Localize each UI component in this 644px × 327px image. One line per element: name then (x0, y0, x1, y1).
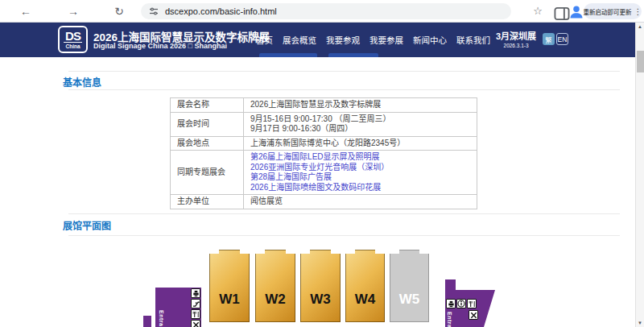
menu-dots-icon[interactable]: ⋮ (634, 7, 642, 16)
shenzhen-date: 2026.3.1-3 (496, 43, 536, 48)
lang-english-button[interactable]: EN (556, 33, 568, 45)
entrance-west-partial (143, 316, 151, 327)
profile-avatar-icon[interactable] (568, 4, 584, 20)
bookmark-star-icon[interactable]: ☆ (530, 3, 546, 19)
site-logo[interactable]: DS China (58, 26, 88, 53)
shenzhen-label: 3月深圳展 (496, 29, 536, 42)
hall-w5: W5 (390, 250, 429, 322)
row-label: 同期专题展会 (171, 151, 244, 195)
scroll-down-icon[interactable]: ▼ (636, 321, 644, 325)
hall-w3: W3 (300, 250, 341, 322)
row-value: 闻信展览 (244, 195, 477, 209)
lang-traditional-button[interactable]: 繁 (543, 33, 555, 45)
concurrent-show-link[interactable]: 第26届上海国际LED显示屏及照明展 (250, 152, 470, 163)
section-title-floor-plan: 展馆平面图 (63, 218, 111, 232)
restaurant-icon (467, 299, 477, 308)
printer-icon (191, 288, 200, 298)
hall-w4: W4 (345, 250, 385, 322)
scrollbar-thumb[interactable] (637, 51, 644, 72)
nav-item-news[interactable]: 新闻中心 (413, 34, 447, 46)
side-panel-icon[interactable] (554, 6, 570, 22)
nav-dropdown-indicator-overview (259, 53, 317, 57)
hall-w1: W1 (209, 250, 250, 322)
entrance-block-right: Entrance (445, 279, 495, 327)
table-row: 展会名称 2026上海国际智慧显示及数字标牌展 (171, 98, 477, 113)
row-value: 2026上海国际智慧显示及数字标牌展 (244, 98, 477, 113)
reload-icon[interactable]: ↻ (111, 3, 127, 19)
page: ← → ↻ dscexpo.com/basic-info.html ☆ 重新启动… (0, 0, 644, 327)
forward-icon[interactable]: → (65, 3, 81, 19)
info-icon (456, 299, 466, 308)
restaurant-icon (191, 309, 200, 319)
time-line: 9月17日 9:00-16:30（周四） (250, 124, 470, 135)
table-row: 展会地点 上海浦东新国际博览中心（龙阳路2345号） (171, 136, 477, 151)
url-text[interactable]: dscexpo.com/basic-info.html (165, 6, 277, 16)
main-nav: 首页 展会概览 我要参观 我要参展 新闻中心 联系我们 (256, 23, 490, 57)
browser-toolbar: ← → ↻ dscexpo.com/basic-info.html ☆ 重新启动… (0, 0, 644, 23)
nav-item-visit[interactable]: 我要参观 (326, 34, 360, 46)
concurrent-show-link[interactable]: 第28届上海国际广告展 (250, 172, 470, 183)
nav-item-shenzhen-show[interactable]: 3月深圳展 2026.3.1-3 (496, 29, 536, 48)
page-scrollbar[interactable]: ▲ ▼ (635, 23, 644, 327)
nav-item-exhibit[interactable]: 我要参展 (369, 34, 403, 46)
escalator-icon (191, 299, 200, 308)
nav-item-overview[interactable]: 展会概览 (283, 34, 316, 46)
divider (68, 71, 620, 72)
row-value: 上海浦东新国际博览中心（龙阳路2345号） (244, 136, 477, 151)
scroll-up-icon[interactable]: ▲ (636, 24, 644, 29)
site-subtitle: Digital Signage China 2026 □ Shanghai (93, 42, 227, 50)
restart-update-chip[interactable]: 重新启动即可更新 ⋮ (584, 3, 642, 19)
update-chip-label: 重新启动即可更新 (584, 7, 632, 16)
close-icon (191, 320, 200, 327)
site-info-tune-icon[interactable] (149, 6, 159, 16)
entrance-block-left: Entrance (155, 288, 201, 327)
nav-dropdown-indicator-visit (328, 53, 378, 57)
row-label: 展会地点 (171, 136, 244, 151)
table-row: 展会时间 9月15-16日 9:00-17:30 （周二至周三） 9月17日 9… (171, 112, 477, 136)
concurrent-show-link[interactable]: 2026上海国际喷绘图文及数码印花展 (250, 183, 470, 193)
table-row: 同期专题展会 第26届上海国际LED显示屏及照明展 2026亚洲国际专业灯光音响… (171, 151, 477, 195)
entrance-label: Entrance (447, 312, 452, 327)
hall-w2: W2 (255, 250, 295, 322)
time-line: 9月15-16日 9:00-17:30 （周二至周三） (250, 114, 470, 125)
logo-china-text: China (64, 42, 81, 49)
row-value: 9月15-16日 9:00-17:30 （周二至周三） 9月17日 9:00-1… (244, 112, 477, 136)
row-label: 展会名称 (171, 98, 244, 113)
facility-icon-row (446, 299, 477, 308)
divider (68, 89, 620, 90)
section-title-basic-info: 基本信息 (63, 75, 101, 89)
divider (68, 235, 620, 236)
facility-icon-column (191, 288, 200, 327)
address-bar[interactable]: dscexpo.com/basic-info.html (141, 3, 511, 19)
printer-icon (446, 299, 456, 308)
concurrent-show-link[interactable]: 2026亚洲国际专业灯光音响展（深圳） (250, 163, 470, 173)
nav-item-home[interactable]: 首页 (256, 34, 273, 46)
basic-info-table: 展会名称 2026上海国际智慧显示及数字标牌展 展会时间 9月15-16日 9:… (170, 97, 477, 209)
table-row: 主办单位 闻信展览 (171, 195, 477, 209)
row-label: 展会时间 (171, 112, 244, 136)
close-icon (469, 310, 478, 320)
nav-item-contact[interactable]: 联系我们 (456, 34, 490, 46)
back-icon[interactable]: ← (18, 3, 34, 19)
row-label: 主办单位 (171, 195, 244, 209)
row-value: 第26届上海国际LED显示屏及照明展 2026亚洲国际专业灯光音响展（深圳） 第… (244, 151, 477, 195)
logo-ds-text: DS (65, 30, 80, 42)
site-header: DS China 2026上海国际智慧显示及数字标牌展 Digital Sign… (0, 23, 644, 57)
entrance-label: Entrance (159, 310, 164, 327)
divider (68, 213, 620, 214)
